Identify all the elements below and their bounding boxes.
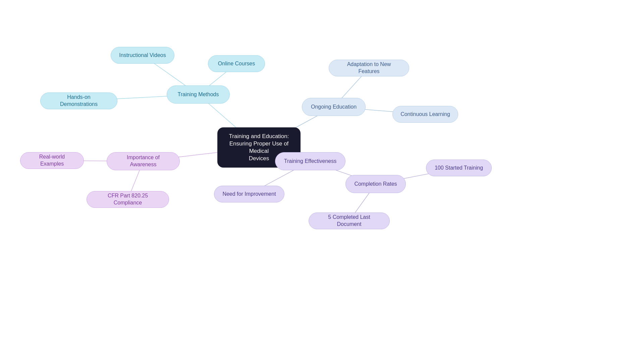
node-5-completed-last-document[interactable]: 5 Completed Last Document — [309, 213, 390, 229]
node-cfr-part[interactable]: CFR Part 820.25 Compliance — [87, 191, 169, 208]
node-continuous-learning[interactable]: Continuous Learning — [392, 106, 458, 123]
node-ongoing-education[interactable]: Ongoing Education — [302, 98, 366, 116]
node-need-improvement[interactable]: Need for Improvement — [214, 186, 284, 202]
node-training-effectiveness[interactable]: Training Effectiveness — [275, 152, 345, 170]
node-completion-rates[interactable]: Completion Rates — [345, 175, 406, 193]
node-online-courses[interactable]: Online Courses — [208, 55, 265, 72]
connections-svg — [0, 0, 644, 363]
node-real-world-examples[interactable]: Real-world Examples — [20, 152, 84, 169]
node-hands-on-demonstrations[interactable]: Hands-on Demonstrations — [40, 93, 117, 109]
node-instructional-videos[interactable]: Instructional Videos — [111, 47, 174, 64]
node-100-started-training[interactable]: 100 Started Training — [426, 160, 492, 176]
node-adaptation-new-features[interactable]: Adaptation to New Features — [329, 60, 409, 76]
node-importance-awareness[interactable]: Importance of Awareness — [107, 152, 180, 170]
node-training-methods[interactable]: Training Methods — [167, 85, 230, 104]
mindmap-container: Training and Education: Ensuring Proper … — [0, 0, 644, 363]
